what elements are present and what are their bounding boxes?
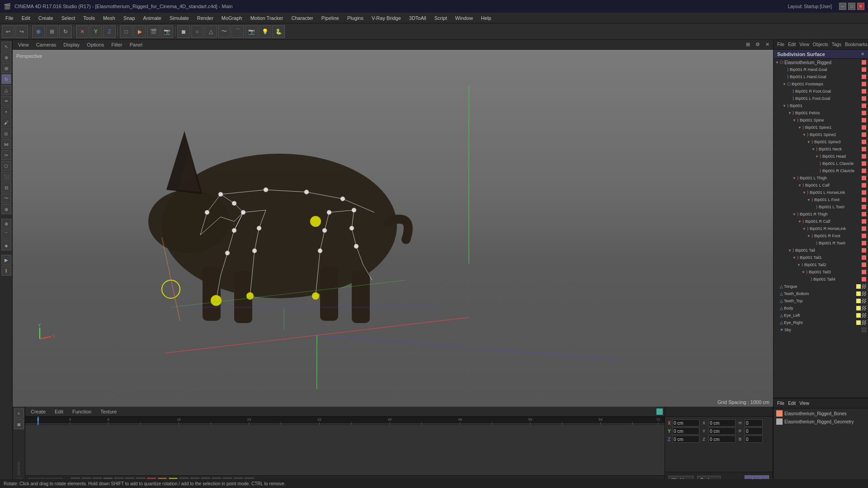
- om-item-l-toe0[interactable]: ⟩ Bip001 L Toe0: [774, 203, 868, 211]
- lt-edge[interactable]: ━: [1, 96, 11, 106]
- om-item-l-foot[interactable]: ▼ ⟩ Bip001 L Foot: [774, 196, 868, 203]
- x-rot-input[interactable]: [708, 419, 736, 427]
- menu-mograph[interactable]: MoGraph: [218, 14, 246, 22]
- om-item-elasmotherium[interactable]: ▼ ⬡ Elasmotherium_Rigged: [774, 59, 868, 66]
- menu-edit[interactable]: Edit: [18, 14, 34, 22]
- lt-knife[interactable]: ✂: [1, 150, 11, 160]
- tool-nurbs[interactable]: 〜: [218, 25, 231, 38]
- tool-render2[interactable]: 🎬: [147, 25, 160, 38]
- lt-magnet[interactable]: ◎: [1, 128, 11, 138]
- view-menu[interactable]: View: [16, 42, 31, 47]
- lt-select[interactable]: ↖: [1, 42, 11, 52]
- menu-tools[interactable]: Tools: [80, 14, 99, 22]
- om-item-tail[interactable]: ▼ ⟩ Bip001 Tail: [774, 247, 868, 254]
- tool-deform[interactable]: ⌒: [231, 25, 244, 38]
- 3d-viewport[interactable]: X Y Perspective Grid Spacing : 1000 cm: [13, 50, 773, 407]
- panel-menu[interactable]: Panel: [128, 42, 144, 47]
- menu-window[interactable]: Window: [452, 14, 476, 22]
- menu-render[interactable]: Render: [193, 14, 217, 22]
- y-rot-input[interactable]: [708, 427, 736, 435]
- lt-scale[interactable]: ⊞: [1, 63, 11, 73]
- filter-menu[interactable]: Filter: [109, 42, 124, 47]
- menu-plugins[interactable]: Plugins: [344, 14, 367, 22]
- om-item-footsteps[interactable]: ▼ ⬡ Bip001 Footsteps: [774, 80, 868, 88]
- om-view[interactable]: View: [799, 42, 809, 47]
- menu-vray[interactable]: V-Ray Bridge: [368, 14, 405, 22]
- om-objects[interactable]: Objects: [813, 42, 828, 47]
- om-tags[interactable]: Tags: [832, 42, 841, 47]
- mat-item-bones[interactable]: Elasmotherium_Rigged_Bones: [774, 409, 867, 418]
- om-item-r-hand-goal[interactable]: ⟩ Bip001 R Hand.Goal: [774, 66, 868, 73]
- menu-simulate[interactable]: Simulate: [166, 14, 193, 22]
- p-input[interactable]: [745, 427, 763, 435]
- om-item-r-thigh[interactable]: ▼ ⟩ Bip001 R Thigh: [774, 211, 868, 218]
- lt-extrude[interactable]: ⬛: [1, 172, 11, 182]
- om-item-eye-right[interactable]: △ Eye_Right: [774, 319, 868, 326]
- tool-cone[interactable]: △: [204, 25, 217, 38]
- viewport-maximize[interactable]: ⊞: [746, 42, 750, 47]
- om-item-r-foot[interactable]: ▼ ⟩ Bip001 R Foot: [774, 232, 868, 239]
- lt-sculpt[interactable]: ⌒: [1, 230, 11, 239]
- menu-3dtoall[interactable]: 3DToAll: [406, 14, 430, 22]
- om-item-body[interactable]: △ Body: [774, 305, 868, 312]
- om-bookmarks[interactable]: Bookmarks: [845, 42, 868, 47]
- display-menu[interactable]: Display: [61, 42, 81, 47]
- tool-redo[interactable]: ↪: [15, 25, 28, 38]
- om-item-teeth-bottom[interactable]: △ Teeth_Bottom: [774, 290, 868, 297]
- om-item-l-foot-goal[interactable]: ⟩ Bip001 L Foot.Goal: [774, 95, 868, 102]
- om-item-r-horselink[interactable]: ▼ ⟩ Bip001 R HorseLink: [774, 225, 868, 232]
- om-item-eye-left[interactable]: △ Eye_Left: [774, 312, 868, 319]
- lt-rotate[interactable]: ↻: [1, 74, 11, 84]
- om-item-r-calf[interactable]: ▼ ⟩ Bip001 R Calf: [774, 218, 868, 225]
- tool-scale[interactable]: ⊞: [46, 25, 58, 38]
- tab-texture[interactable]: Texture: [97, 408, 120, 415]
- tool-render3[interactable]: 📷: [160, 25, 173, 38]
- om-item-spine[interactable]: ▼ ⟩ Bip001 Spine: [774, 117, 868, 124]
- om-item-neck[interactable]: ▼ ⟩ Bip001 Neck: [774, 145, 868, 153]
- menu-motion-tracker[interactable]: Motion Tracker: [247, 14, 287, 22]
- menu-select[interactable]: Select: [58, 14, 79, 22]
- tool-y-axis[interactable]: Y: [90, 25, 102, 38]
- cameras-menu[interactable]: Cameras: [34, 42, 58, 47]
- z-rot-input[interactable]: [708, 436, 736, 443]
- h-input[interactable]: [745, 419, 763, 427]
- menu-script[interactable]: Script: [431, 14, 451, 22]
- om-item-r-clavicle[interactable]: ⟩ Bip001 R Clavicle: [774, 167, 868, 174]
- om-item-l-clavicle[interactable]: ⟩ Bip001 L Clavicle: [774, 160, 868, 167]
- lt-material[interactable]: ◈: [1, 240, 11, 250]
- lt-bevel[interactable]: ⬡: [1, 161, 11, 171]
- om-file[interactable]: File: [777, 42, 784, 47]
- viewport-close[interactable]: ✕: [765, 42, 769, 47]
- lt-bridge[interactable]: ⊟: [1, 183, 11, 192]
- om-item-spine2[interactable]: ▼ ⟩ Bip001 Spine2: [774, 131, 868, 138]
- close-button[interactable]: ✕: [857, 3, 864, 10]
- om-item-teeth-top[interactable]: △ Teeth_Top: [774, 297, 868, 305]
- menu-pipeline[interactable]: Pipeline: [318, 14, 343, 22]
- om-list[interactable]: ▼ ⬡ Elasmotherium_Rigged ⟩ Bip001 R Hand…: [774, 59, 868, 398]
- tool-x-axis[interactable]: ✕: [76, 25, 89, 38]
- lt-move[interactable]: ⊕: [1, 52, 11, 62]
- om-item-spine3[interactable]: ▼ ⟩ Bip001 Spine3: [774, 138, 868, 145]
- tool-move[interactable]: ⊕: [32, 25, 45, 38]
- menu-file[interactable]: File: [2, 14, 17, 22]
- tool-model-mode[interactable]: □: [120, 25, 132, 38]
- menu-snap[interactable]: Snap: [120, 14, 139, 22]
- options-menu[interactable]: Options: [85, 42, 106, 47]
- om-item-tail4[interactable]: ⟩ Bip001 Tail4: [774, 276, 868, 283]
- om-item-sky[interactable]: ☀ Sky: [774, 326, 868, 333]
- tool-render[interactable]: ▶: [133, 25, 146, 38]
- mat-item-geometry[interactable]: Elasmotherium_Rigged_Geometry: [774, 418, 867, 426]
- om-item-tail1[interactable]: ▼ ⟩ Bip001 Tail1: [774, 254, 868, 261]
- tool-undo[interactable]: ↩: [2, 25, 14, 38]
- om-item-head[interactable]: ▼ ⟩ Bip001 Head: [774, 153, 868, 160]
- b-input[interactable]: [745, 436, 763, 443]
- lt-point[interactable]: •: [1, 107, 11, 117]
- lt-spline[interactable]: 〜: [1, 193, 11, 203]
- om-item-l-calf[interactable]: ▼ ⟩ Bip001 L Calf: [774, 182, 868, 189]
- tool-python[interactable]: 🐍: [272, 25, 285, 38]
- menu-animate[interactable]: Animate: [140, 14, 165, 22]
- om-item-bip001[interactable]: ▼ ⟩ Bip001: [774, 102, 868, 109]
- x-pos-input[interactable]: [672, 419, 699, 427]
- tab-edit[interactable]: Edit: [51, 408, 67, 415]
- om-item-pelvis[interactable]: ▼ ⟩ Bip001 Pelvis: [774, 109, 868, 117]
